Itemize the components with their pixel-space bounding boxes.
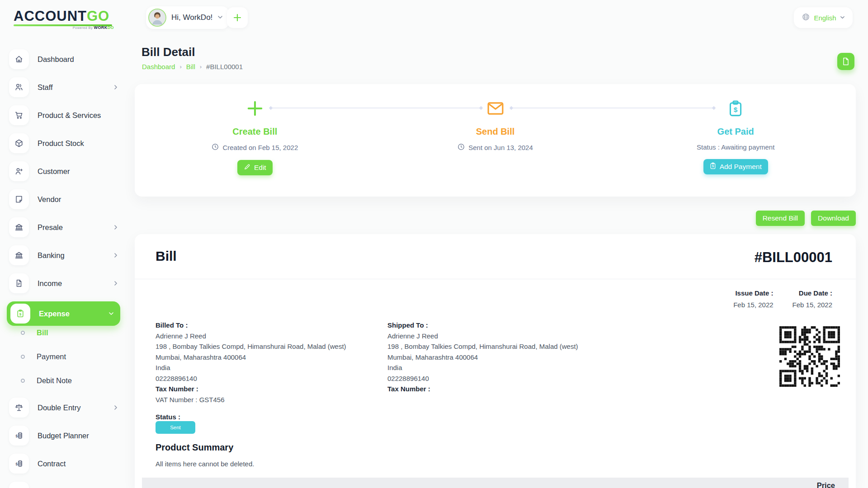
payment-clipboard-icon: $	[710, 162, 716, 171]
add-workspace-button[interactable]	[227, 7, 248, 28]
sidebar-item-label: Banking	[38, 251, 65, 260]
sidebar-item-contract[interactable]: $ Contract	[9, 454, 118, 474]
tax-number-label: Tax Number :	[387, 384, 578, 394]
clock-icon	[212, 143, 219, 152]
sidebar-item-product-stock[interactable]: Product Stock	[9, 133, 118, 153]
issue-date: Issue Date : Feb 15, 2022	[733, 289, 773, 309]
shipped-to-block: Shipped To : Adrienne J Reed 198 , Bomba…	[387, 320, 578, 394]
bank-icon	[9, 217, 29, 237]
step-get-paid: $ Get Paid Status : Awaiting payment $ A…	[615, 84, 856, 197]
sidebar-item-label: Staff	[38, 83, 53, 92]
product-table-header: Price	[142, 478, 849, 488]
sidebar-item-label: Income	[38, 279, 62, 288]
home-icon	[9, 49, 29, 69]
chevron-separator: ›	[200, 63, 202, 70]
billed-name: Adrienne J Reed	[156, 331, 346, 342]
sidebar-item-product-services[interactable]: Product & Services	[9, 105, 118, 125]
billed-to-block: Billed To : Adrienne J Reed 198 , Bombay…	[156, 320, 346, 405]
status-label: Status :	[156, 413, 180, 421]
sidebar-subitem-bill[interactable]: Bill	[21, 326, 127, 339]
envelope-icon	[487, 99, 504, 117]
breadcrumb-current: #BILL00001	[206, 63, 243, 70]
shipped-name: Adrienne J Reed	[387, 331, 578, 342]
breadcrumb-dashboard[interactable]: Dashboard	[142, 63, 175, 70]
bill-dates: Issue Date : Feb 15, 2022 Due Date : Feb…	[733, 289, 832, 309]
billed-tax-value: VAT Number : GST456	[156, 394, 346, 405]
sidebar-item-income[interactable]: Income	[9, 273, 118, 293]
sidebar-item-customer[interactable]: Customer	[9, 161, 118, 181]
breadcrumb: Dashboard › Bill › #BILL00001	[142, 63, 243, 70]
billed-country: India	[156, 362, 346, 373]
chevron-right-icon	[113, 84, 118, 90]
sidebar-item-staff[interactable]: Staff	[9, 77, 118, 97]
note-icon	[9, 189, 29, 209]
edit-bill-button[interactable]: Edit	[237, 160, 273, 175]
export-doc-button[interactable]	[837, 53, 854, 70]
coins-icon	[9, 482, 29, 488]
billed-city: Mumbai, Maharashtra 400064	[156, 352, 346, 363]
cart-icon	[9, 105, 29, 125]
svg-text:$: $	[734, 106, 738, 113]
step-create-bill: Create Bill Created on Feb 15, 2022 Edit	[135, 84, 375, 197]
sidebar-item-label: Contract	[38, 460, 66, 468]
chevron-right-icon	[113, 253, 118, 258]
chevron-down-icon	[217, 14, 223, 22]
chevron-right-icon	[113, 225, 118, 230]
billed-street: 198 , Bombay Talkies Compd, Himanshurai …	[156, 341, 346, 352]
sidebar-subitem-payment[interactable]: Payment	[21, 350, 127, 363]
sidebar-item-label: Product Stock	[38, 139, 84, 148]
user-menu[interactable]: Hi, WorkDo!	[146, 6, 229, 29]
scales-icon	[9, 398, 29, 418]
qr-code	[779, 326, 840, 387]
chevron-separator: ›	[179, 63, 181, 70]
bill-document-card: Bill #BILL00001 Issue Date : Feb 15, 202…	[135, 234, 856, 488]
language-selector[interactable]: English	[794, 7, 853, 28]
step-connector	[270, 108, 481, 108]
resend-bill-button[interactable]: Resend Bill	[756, 211, 805, 226]
svg-text:$: $	[15, 434, 18, 438]
sidebar-subitem-label: Debit Note	[37, 376, 72, 385]
status-badge: Sent	[156, 421, 195, 434]
globe-icon	[802, 13, 810, 23]
coins-icon: $	[9, 426, 29, 446]
chevron-down-icon	[108, 311, 114, 316]
sidebar-item-double-entry[interactable]: Double Entry	[9, 398, 118, 418]
chevron-down-icon	[840, 14, 845, 22]
add-payment-button[interactable]: $ Add Payment	[703, 159, 768, 174]
bullet-icon	[21, 331, 25, 335]
sidebar-item-presale[interactable]: Presale	[9, 217, 118, 237]
bill-title: Bill	[156, 249, 177, 264]
sidebar-subitem-debit-note[interactable]: Debit Note	[21, 374, 127, 387]
file-icon	[842, 57, 849, 66]
coins-icon: $	[9, 454, 29, 474]
bank-icon	[9, 245, 29, 265]
svg-text:$: $	[19, 312, 22, 316]
bill-actions: Resend Bill Download	[135, 211, 856, 226]
sidebar-item-vendor[interactable]: Vendor	[9, 189, 118, 209]
language-label: English	[814, 14, 836, 22]
sidebar-item-banking[interactable]: Banking	[9, 245, 118, 265]
step-title: Get Paid	[717, 127, 754, 137]
greeting-text: Hi, WorkDo!	[171, 13, 212, 22]
step-title: Create Bill	[232, 127, 277, 137]
page-title: Bill Detail	[142, 45, 195, 59]
download-button[interactable]: Download	[811, 211, 856, 226]
clock-icon	[458, 143, 465, 152]
sidebar-item-budget-planner[interactable]: $ Budget Planner	[9, 426, 118, 446]
pencil-icon	[244, 164, 250, 172]
step-connector	[511, 108, 714, 108]
sidebar-subitem-label: Payment	[37, 352, 66, 361]
sidebar-item-label: Customer	[38, 167, 70, 176]
due-date: Due Date : Feb 15, 2022	[793, 289, 832, 309]
sidebar-item-dashboard[interactable]: Dashboard	[9, 49, 118, 69]
sidebar-item-expense[interactable]: $ Expense	[7, 301, 120, 326]
shipped-street: 198 , Bombay Talkies Compd, Himanshurai …	[387, 341, 578, 352]
breadcrumb-bill[interactable]: Bill	[186, 63, 195, 70]
sidebar-item-partial[interactable]	[9, 482, 118, 488]
avatar	[148, 9, 166, 27]
product-summary-note: All items here cannot be deleted.	[156, 460, 254, 468]
user-plus-icon	[9, 161, 29, 181]
step-subtitle: Created on Feb 15, 2022	[212, 143, 298, 152]
chevron-right-icon	[113, 405, 118, 410]
sidebar-item-label: Dashboard	[38, 55, 74, 64]
